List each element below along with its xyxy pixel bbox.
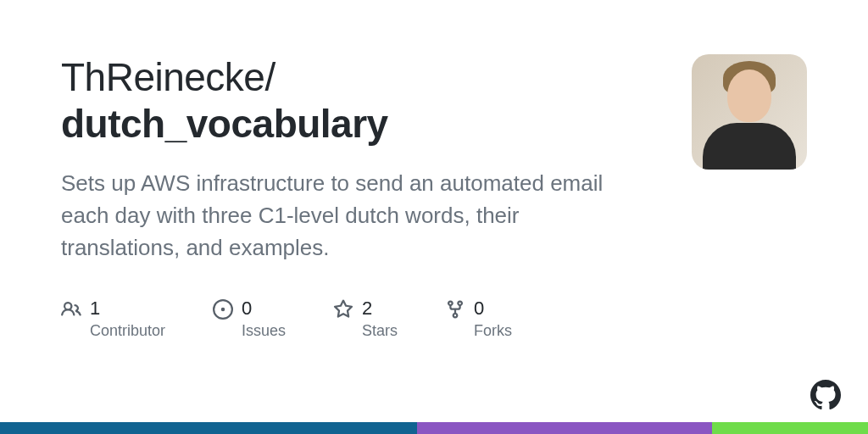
avatar[interactable]: [692, 54, 807, 170]
forks-value: 0: [474, 298, 512, 320]
star-icon: [333, 299, 353, 320]
repo-name[interactable]: dutch_vocabulary: [61, 101, 658, 147]
lang-seg-2: [417, 422, 712, 434]
stars-label: Stars: [362, 322, 398, 340]
contributors-value: 1: [90, 298, 165, 320]
lang-seg-1: [0, 422, 417, 434]
github-logo-icon[interactable]: [810, 380, 841, 410]
stars-value: 2: [362, 298, 398, 320]
language-color-bar: [0, 422, 868, 434]
stats-row: 1 Contributor 0 Issues 2 Stars: [61, 298, 658, 339]
owner-name[interactable]: ThReinecke/: [61, 55, 275, 99]
contributors-label: Contributor: [90, 322, 165, 340]
repo-title: ThReinecke/ dutch_vocabulary: [61, 54, 658, 147]
repo-description: Sets up AWS infrastructure to send an au…: [61, 168, 620, 264]
forks-label: Forks: [474, 322, 512, 340]
issues-stat[interactable]: 0 Issues: [213, 298, 286, 339]
contributors-stat[interactable]: 1 Contributor: [61, 298, 165, 339]
lang-seg-3: [712, 422, 868, 434]
forks-stat[interactable]: 0 Forks: [445, 298, 512, 339]
issue-icon: [213, 299, 233, 320]
people-icon: [61, 299, 81, 320]
avatar-image: [692, 54, 807, 170]
issues-label: Issues: [242, 322, 286, 340]
issues-value: 0: [242, 298, 286, 320]
stars-stat[interactable]: 2 Stars: [333, 298, 398, 339]
fork-icon: [445, 299, 465, 320]
